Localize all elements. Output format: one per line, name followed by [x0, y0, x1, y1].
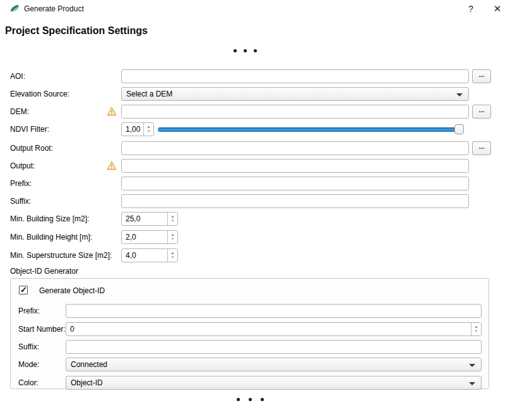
generate-object-id-checkbox[interactable]: ✓ — [19, 286, 28, 295]
aoi-row: AOI: ... — [0, 69, 510, 83]
warning-icon — [107, 107, 117, 116]
spin-down-icon[interactable]: ▼ — [171, 237, 175, 242]
min-building-size-row: Min. Building Size [m2]: ▲ ▼ — [0, 212, 510, 226]
ndvi-slider-handle[interactable] — [454, 124, 464, 134]
oid-start-number-input[interactable] — [66, 322, 482, 336]
spin-up-icon[interactable]: ▲ — [171, 251, 175, 255]
ndvi-spinbox[interactable]: ▲ ▼ — [121, 122, 154, 136]
elevation-source-label: Elevation Source: — [10, 90, 69, 98]
elevation-source-value: Select a DEM — [126, 90, 172, 98]
spin-down-icon[interactable]: ▼ — [147, 129, 151, 134]
elevation-source-select[interactable]: Select a DEM — [121, 87, 469, 101]
dem-input[interactable] — [121, 105, 469, 119]
warning-icon — [107, 161, 117, 170]
oid-start-number-label: Start Number: — [18, 325, 66, 334]
spinner-arrows[interactable]: ▲ ▼ — [167, 231, 177, 243]
output-row: Output: — [0, 159, 510, 173]
spin-up-icon[interactable]: ▲ — [475, 325, 478, 329]
output-root-label: Output Root: — [10, 144, 53, 153]
chevron-down-icon — [469, 364, 475, 367]
oid-suffix-label: Suffix: — [18, 342, 39, 351]
output-input[interactable] — [121, 159, 469, 173]
spin-up-icon[interactable]: ▲ — [171, 233, 175, 237]
spinner-arrows[interactable]: ▲ ▼ — [143, 123, 153, 136]
oid-color-label: Color: — [18, 378, 39, 387]
spin-up-icon[interactable]: ▲ — [147, 125, 151, 129]
oid-color-select[interactable]: Object-ID — [66, 376, 482, 390]
titlebar: Generate Product ? ✕ — [0, 0, 510, 18]
spinner-arrows[interactable]: ▲ ▼ — [167, 213, 177, 225]
min-building-height-label: Min. Building Height [m]: — [10, 233, 92, 242]
min-building-size-spinbox[interactable]: ▲ ▼ — [121, 212, 178, 226]
min-superstructure-size-spinbox[interactable]: ▲ ▼ — [121, 248, 178, 262]
spinner-arrows[interactable]: ▲ ▼ — [167, 249, 177, 262]
scroll-ellipsis-bottom-icon — [237, 398, 264, 401]
oid-start-number-spinbox[interactable]: ▲ ▼ — [66, 322, 482, 336]
spin-down-icon[interactable]: ▼ — [475, 329, 478, 334]
output-root-input[interactable] — [121, 141, 469, 155]
prefix-input[interactable] — [121, 177, 469, 190]
chevron-down-icon — [456, 93, 463, 96]
oid-prefix-row: Prefix: — [11, 304, 490, 318]
object-id-generator-group: ✓ Generate Object-ID Prefix: Start Numbe… — [10, 278, 489, 389]
ndvi-filter-label: NDVI Filter: — [10, 125, 49, 134]
help-button[interactable]: ? — [464, 2, 478, 16]
oid-suffix-row: Suffix: — [11, 340, 490, 354]
generate-object-id-label: Generate Object-ID — [39, 286, 105, 295]
aoi-label: AOI: — [10, 72, 25, 81]
oid-suffix-input[interactable] — [66, 340, 482, 354]
check-icon: ✓ — [20, 285, 27, 295]
prefix-label: Prefix: — [10, 179, 32, 188]
object-id-generator-title: Object-ID Generator — [10, 267, 78, 276]
oid-color-row: Color: Object-ID — [11, 376, 490, 390]
min-building-height-row: Min. Building Height [m]: ▲ ▼ — [0, 230, 510, 244]
oid-mode-select[interactable]: Connected — [66, 358, 482, 371]
suffix-input[interactable] — [121, 194, 469, 208]
ndvi-filter-row: NDVI Filter: ▲ ▼ — [0, 122, 510, 136]
min-superstructure-size-label: Min. Superstructure Size [m2]: — [10, 251, 112, 260]
ndvi-slider-track[interactable] — [158, 127, 464, 132]
oid-prefix-label: Prefix: — [18, 306, 40, 315]
oid-color-value: Object-ID — [71, 378, 103, 387]
spinner-arrows[interactable]: ▲ ▼ — [471, 323, 481, 335]
spin-up-icon[interactable]: ▲ — [171, 214, 175, 219]
page-title: Project Specification Settings — [5, 25, 148, 37]
oid-mode-row: Mode: Connected — [11, 358, 490, 371]
oid-mode-label: Mode: — [18, 360, 39, 369]
oid-start-number-row: Start Number: ▲ ▼ — [11, 322, 490, 336]
app-icon — [9, 3, 20, 14]
chevron-down-icon — [469, 382, 475, 385]
min-building-height-spinbox[interactable]: ▲ ▼ — [121, 230, 178, 244]
min-superstructure-size-row: Min. Superstructure Size [m2]: ▲ ▼ — [0, 248, 510, 262]
spin-down-icon[interactable]: ▼ — [171, 219, 175, 223]
suffix-row: Suffix: — [0, 194, 510, 208]
dem-browse-button[interactable]: ... — [472, 105, 491, 119]
prefix-row: Prefix: — [0, 177, 510, 190]
aoi-input[interactable] — [121, 69, 469, 83]
oid-mode-value: Connected — [71, 360, 107, 369]
output-label: Output: — [10, 161, 35, 170]
dem-label: DEM: — [10, 107, 29, 116]
elevation-source-row: Elevation Source: Select a DEM — [0, 87, 510, 101]
suffix-label: Suffix: — [10, 197, 31, 206]
aoi-browse-button[interactable]: ... — [472, 69, 491, 83]
window-title: Generate Product — [24, 4, 84, 13]
dem-row: DEM: ... — [0, 105, 510, 119]
oid-prefix-input[interactable] — [66, 304, 482, 318]
close-icon[interactable]: ✕ — [490, 2, 504, 16]
output-root-row: Output Root: ... — [0, 141, 510, 155]
spin-down-icon[interactable]: ▼ — [171, 255, 175, 260]
scroll-ellipsis-top-icon — [234, 49, 257, 52]
min-building-size-label: Min. Building Size [m2]: — [10, 214, 89, 223]
output-root-browse-button[interactable]: ... — [472, 141, 491, 155]
